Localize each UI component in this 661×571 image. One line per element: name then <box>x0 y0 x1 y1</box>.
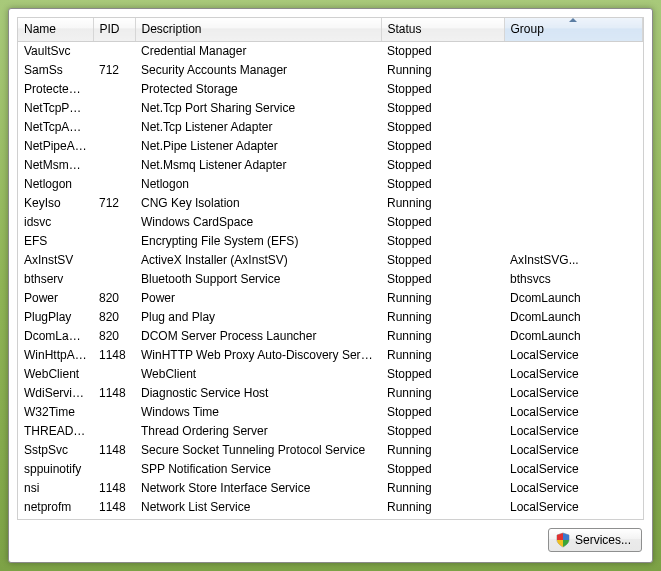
table-row[interactable]: NetTcpPort...Net.Tcp Port Sharing Servic… <box>18 99 643 118</box>
cell-name: SstpSvc <box>18 441 93 460</box>
table-row[interactable]: NetlogonNetlogonStopped <box>18 175 643 194</box>
table-row[interactable]: AxInstSVActiveX Installer (AxInstSV)Stop… <box>18 251 643 270</box>
cell-pid <box>93 137 135 156</box>
cell-group <box>504 175 643 194</box>
services-table: Name PID Description Status Group VaultS… <box>18 18 643 519</box>
cell-status: Running <box>381 346 504 365</box>
table-row[interactable]: netprofm1148Network List ServiceRunningL… <box>18 498 643 517</box>
table-row[interactable]: WinHttpAut...1148WinHTTP Web Proxy Auto-… <box>18 346 643 365</box>
services-panel: Name PID Description Status Group VaultS… <box>8 8 653 563</box>
cell-desc: DCOM Server Process Launcher <box>135 327 381 346</box>
cell-name: WinHttpAut... <box>18 346 93 365</box>
column-header-pid[interactable]: PID <box>93 18 135 42</box>
cell-name: Netlogon <box>18 175 93 194</box>
table-row[interactable]: WebClientWebClientStoppedLocalService <box>18 365 643 384</box>
table-row[interactable]: NetPipeActi...Net.Pipe Listener AdapterS… <box>18 137 643 156</box>
cell-pid <box>93 232 135 251</box>
cell-name: AxInstSV <box>18 251 93 270</box>
cell-pid: 820 <box>93 289 135 308</box>
column-header-status[interactable]: Status <box>381 18 504 42</box>
cell-desc: Protected Storage <box>135 80 381 99</box>
cell-group <box>504 118 643 137</box>
cell-name: Power <box>18 289 93 308</box>
cell-pid: 712 <box>93 194 135 213</box>
table-row[interactable]: SstpSvc1148Secure Socket Tunneling Proto… <box>18 441 643 460</box>
table-row[interactable]: ProtectedSt...Protected StorageStopped <box>18 80 643 99</box>
table-row[interactable]: W32TimeWindows TimeStoppedLocalService <box>18 403 643 422</box>
cell-name: netprofm <box>18 498 93 517</box>
cell-name: WdiService... <box>18 384 93 403</box>
cell-pid: 820 <box>93 308 135 327</box>
column-header-group[interactable]: Group <box>504 18 643 42</box>
cell-desc: Encrypting File System (EFS) <box>135 232 381 251</box>
cell-pid: 1148 <box>93 441 135 460</box>
cell-desc: SPP Notification Service <box>135 460 381 479</box>
table-row[interactable]: NetMsmqAc...Net.Msmq Listener AdapterSto… <box>18 156 643 175</box>
cell-group: LocalService <box>504 346 643 365</box>
cell-pid <box>93 365 135 384</box>
cell-name: NetPipeActi... <box>18 137 93 156</box>
cell-pid <box>93 422 135 441</box>
table-row[interactable]: bthservBluetooth Support ServiceStoppedb… <box>18 270 643 289</box>
cell-name: W32Time <box>18 403 93 422</box>
table-row[interactable]: NetTcpActi...Net.Tcp Listener AdapterSto… <box>18 118 643 137</box>
cell-desc: Security Accounts Manager <box>135 61 381 80</box>
cell-pid <box>93 460 135 479</box>
table-row[interactable]: WdiService...1148Diagnostic Service Host… <box>18 384 643 403</box>
cell-desc: Network List Service <box>135 498 381 517</box>
table-row[interactable]: sppuinotifySPP Notification ServiceStopp… <box>18 460 643 479</box>
shield-icon <box>555 532 571 548</box>
cell-pid: 1148 <box>93 479 135 498</box>
cell-pid <box>93 213 135 232</box>
table-row[interactable]: Power820PowerRunningDcomLaunch <box>18 289 643 308</box>
cell-name: bthserv <box>18 270 93 289</box>
cell-status: Stopped <box>381 213 504 232</box>
column-header-name[interactable]: Name <box>18 18 93 42</box>
cell-desc: Net.Pipe Listener Adapter <box>135 137 381 156</box>
cell-status: Stopped <box>381 403 504 422</box>
cell-group <box>504 42 643 62</box>
table-row[interactable]: DcomLaunch820DCOM Server Process Launche… <box>18 327 643 346</box>
cell-status: Stopped <box>381 422 504 441</box>
cell-group: LocalService <box>504 403 643 422</box>
table-row[interactable]: nsi1148Network Store Interface ServiceRu… <box>18 479 643 498</box>
cell-status: Stopped <box>381 80 504 99</box>
cell-status: Stopped <box>381 232 504 251</box>
table-row[interactable]: THREADOR...Thread Ordering ServerStopped… <box>18 422 643 441</box>
table-row[interactable]: VaultSvcCredential ManagerStopped <box>18 42 643 62</box>
cell-pid <box>93 80 135 99</box>
cell-status: Stopped <box>381 156 504 175</box>
cell-pid <box>93 270 135 289</box>
cell-pid: 820 <box>93 327 135 346</box>
table-row[interactable]: idsvcWindows CardSpaceStopped <box>18 213 643 232</box>
cell-status: Running <box>381 441 504 460</box>
cell-group: LocalService <box>504 479 643 498</box>
cell-pid <box>93 403 135 422</box>
cell-status: Running <box>381 384 504 403</box>
table-row[interactable]: KeyIso712CNG Key IsolationRunning <box>18 194 643 213</box>
cell-desc: ActiveX Installer (AxInstSV) <box>135 251 381 270</box>
cell-status: Running <box>381 327 504 346</box>
column-header-description[interactable]: Description <box>135 18 381 42</box>
cell-name: PlugPlay <box>18 308 93 327</box>
sort-ascending-icon <box>569 18 577 22</box>
cell-desc: Link-Layer Topology Discovery Mapper <box>135 517 381 519</box>
cell-desc: Plug and Play <box>135 308 381 327</box>
cell-desc: Network Store Interface Service <box>135 479 381 498</box>
table-row[interactable]: PlugPlay820Plug and PlayRunningDcomLaunc… <box>18 308 643 327</box>
cell-name: VaultSvc <box>18 42 93 62</box>
cell-pid: 1148 <box>93 498 135 517</box>
cell-status: Stopped <box>381 175 504 194</box>
table-row[interactable]: SamSs712Security Accounts ManagerRunning <box>18 61 643 80</box>
cell-group: LocalService <box>504 422 643 441</box>
cell-desc: WinHTTP Web Proxy Auto-Discovery Service <box>135 346 381 365</box>
table-row[interactable]: EFSEncrypting File System (EFS)Stopped <box>18 232 643 251</box>
services-button[interactable]: Services... <box>548 528 642 552</box>
cell-group: LocalService <box>504 365 643 384</box>
footer: Services... <box>9 528 652 562</box>
services-table-scroll[interactable]: Name PID Description Status Group VaultS… <box>18 18 643 519</box>
cell-name: SamSs <box>18 61 93 80</box>
cell-name: nsi <box>18 479 93 498</box>
cell-status: Running <box>381 289 504 308</box>
table-row[interactable]: lltdsvcLink-Layer Topology Discovery Map… <box>18 517 643 519</box>
